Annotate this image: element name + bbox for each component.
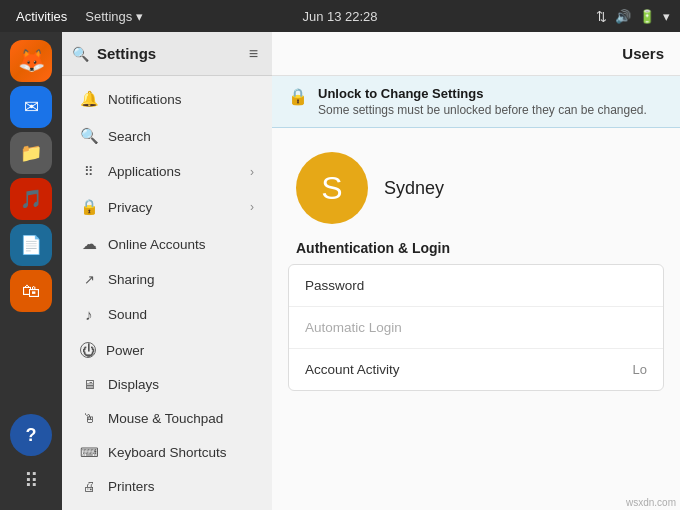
privacy-icon: 🔒 bbox=[80, 198, 98, 216]
topbar-datetime: Jun 13 22:28 bbox=[302, 9, 377, 24]
panel-title: Users bbox=[622, 45, 664, 62]
sharing-icon: ↗ bbox=[80, 272, 98, 287]
autologin-label: Automatic Login bbox=[305, 320, 402, 335]
sidebar-item-search[interactable]: 🔍 Search bbox=[66, 118, 268, 154]
unlock-banner[interactable]: 🔒 Unlock to Change Settings Some setting… bbox=[272, 76, 680, 128]
main-area: 🔍 Settings ≡ 🔔 Notifications 🔍 Search ⠿ … bbox=[62, 32, 680, 510]
dock-show-apps[interactable]: ⠿ bbox=[10, 460, 52, 502]
avatar-letter: S bbox=[321, 170, 342, 207]
auth-row-password[interactable]: Password bbox=[289, 265, 663, 307]
user-section: S Sydney bbox=[272, 128, 680, 240]
hamburger-button[interactable]: ≡ bbox=[245, 43, 262, 65]
power-menu-icon[interactable]: ▾ bbox=[663, 9, 670, 24]
sidebar-item-label: Displays bbox=[108, 377, 254, 392]
settings-nav: 🔔 Notifications 🔍 Search ⠿ Applications … bbox=[62, 76, 272, 510]
settings-sidebar: 🔍 Settings ≡ 🔔 Notifications 🔍 Search ⠿ … bbox=[62, 32, 272, 510]
sidebar-item-keyboard-shortcuts[interactable]: ⌨ Keyboard Shortcuts bbox=[66, 436, 268, 469]
dock-item-libreoffice[interactable]: 📄 bbox=[10, 224, 52, 266]
topbar-app-name: Settings bbox=[85, 9, 132, 24]
user-name: Sydney bbox=[384, 178, 444, 199]
sidebar-item-online-accounts[interactable]: ☁ Online Accounts bbox=[66, 226, 268, 262]
battery-icon[interactable]: 🔋 bbox=[639, 9, 655, 24]
settings-main-panel: Users 🔒 Unlock to Change Settings Some s… bbox=[272, 32, 680, 510]
network-icon[interactable]: ⇅ bbox=[596, 9, 607, 24]
dock-item-help[interactable]: ? bbox=[10, 414, 52, 456]
sidebar-item-label: Mouse & Touchpad bbox=[108, 411, 254, 426]
auth-row-autologin[interactable]: Automatic Login bbox=[289, 307, 663, 349]
volume-icon[interactable]: 🔊 bbox=[615, 9, 631, 24]
sidebar-item-label: Applications bbox=[108, 164, 240, 179]
dock-item-rhythmbox[interactable]: 🎵 bbox=[10, 178, 52, 220]
displays-icon: 🖥 bbox=[80, 377, 98, 392]
sidebar-item-mouse-touchpad[interactable]: 🖱 Mouse & Touchpad bbox=[66, 402, 268, 435]
printer-icon: 🖨 bbox=[80, 479, 98, 494]
notifications-icon: 🔔 bbox=[80, 90, 98, 108]
auth-section-title: Authentication & Login bbox=[288, 240, 664, 256]
avatar[interactable]: S bbox=[296, 152, 368, 224]
online-accounts-icon: ☁ bbox=[80, 235, 98, 253]
sidebar-item-notifications[interactable]: 🔔 Notifications bbox=[66, 81, 268, 117]
sidebar-item-label: Power bbox=[106, 343, 254, 358]
sidebar-item-label: Keyboard Shortcuts bbox=[108, 445, 254, 460]
auth-section: Authentication & Login Password Automati… bbox=[272, 240, 680, 407]
sidebar-item-applications[interactable]: ⠿ Applications › bbox=[66, 155, 268, 188]
unlock-text: Unlock to Change Settings Some settings … bbox=[318, 86, 647, 117]
activities-button[interactable]: Activities bbox=[10, 7, 73, 26]
panel-header: Users bbox=[272, 32, 680, 76]
sidebar-item-sound[interactable]: ♪ Sound bbox=[66, 297, 268, 332]
chevron-right-icon: › bbox=[250, 200, 254, 214]
chevron-right-icon: › bbox=[250, 165, 254, 179]
search-icon: 🔍 bbox=[80, 127, 98, 145]
sidebar-item-label: Online Accounts bbox=[108, 237, 254, 252]
unlock-desc: Some settings must be unlocked before th… bbox=[318, 103, 647, 117]
auth-card: Password Automatic Login Account Activit… bbox=[288, 264, 664, 391]
keyboard-icon: ⌨ bbox=[80, 445, 98, 460]
topbar-app[interactable]: Settings ▾ bbox=[85, 9, 143, 24]
sidebar-item-label: Printers bbox=[108, 479, 254, 494]
sound-icon: ♪ bbox=[80, 306, 98, 323]
lock-icon: 🔒 bbox=[288, 87, 308, 106]
dock-item-email[interactable]: ✉ bbox=[10, 86, 52, 128]
sidebar-item-sharing[interactable]: ↗ Sharing bbox=[66, 263, 268, 296]
unlock-title: Unlock to Change Settings bbox=[318, 86, 647, 101]
sidebar-item-privacy[interactable]: 🔒 Privacy › bbox=[66, 189, 268, 225]
watermark: wsxdn.com bbox=[626, 497, 676, 508]
topbar-app-arrow: ▾ bbox=[136, 9, 143, 24]
sidebar-item-displays[interactable]: 🖥 Displays bbox=[66, 368, 268, 401]
sidebar-item-label: Sharing bbox=[108, 272, 254, 287]
topbar-tray: ⇅ 🔊 🔋 ▾ bbox=[596, 9, 670, 24]
sidebar-item-label: Notifications bbox=[108, 92, 254, 107]
dock-item-appstore[interactable]: 🛍 bbox=[10, 270, 52, 312]
dock: 🦊 ✉ 📁 🎵 📄 🛍 ? ⠿ bbox=[0, 32, 62, 510]
sidebar-item-label: Privacy bbox=[108, 200, 240, 215]
topbar: Activities Settings ▾ Jun 13 22:28 ⇅ 🔊 🔋… bbox=[0, 0, 680, 32]
settings-header: 🔍 Settings ≡ bbox=[62, 32, 272, 76]
power-icon: ⏻ bbox=[80, 342, 96, 358]
sidebar-search-icon: 🔍 bbox=[72, 46, 89, 62]
account-activity-value: Lo bbox=[633, 362, 647, 377]
sidebar-item-label: Sound bbox=[108, 307, 254, 322]
settings-sidebar-title: Settings bbox=[97, 45, 237, 62]
password-label: Password bbox=[305, 278, 364, 293]
topbar-left: Activities Settings ▾ bbox=[10, 7, 143, 26]
sidebar-item-printers[interactable]: 🖨 Printers bbox=[66, 470, 268, 503]
sidebar-item-power[interactable]: ⏻ Power bbox=[66, 333, 268, 367]
dock-item-firefox[interactable]: 🦊 bbox=[10, 40, 52, 82]
applications-icon: ⠿ bbox=[80, 164, 98, 179]
account-activity-label: Account Activity bbox=[305, 362, 400, 377]
dock-item-files[interactable]: 📁 bbox=[10, 132, 52, 174]
sidebar-item-label: Search bbox=[108, 129, 254, 144]
auth-row-account-activity[interactable]: Account Activity Lo bbox=[289, 349, 663, 390]
mouse-icon: 🖱 bbox=[80, 411, 98, 426]
